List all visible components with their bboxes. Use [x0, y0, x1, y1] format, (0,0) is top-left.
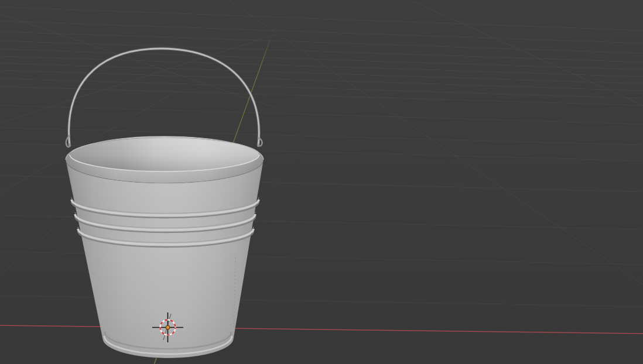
viewport-canvas	[0, 0, 643, 364]
cursor-center-dot	[166, 325, 170, 329]
bucket-body-shading	[66, 160, 264, 358]
axis-x-line	[0, 325, 643, 334]
blender-3d-viewport[interactable]	[0, 0, 643, 364]
bucket-object[interactable]	[66, 49, 264, 358]
